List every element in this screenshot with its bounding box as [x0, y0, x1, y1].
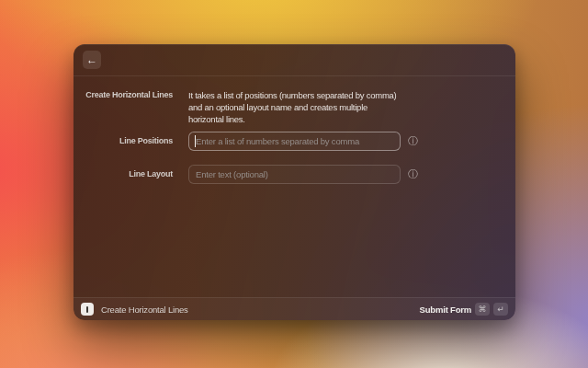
line-layout-input[interactable]	[188, 165, 401, 184]
form: Create Horizontal Lines It takes a list …	[74, 76, 515, 184]
line-glyph	[86, 306, 88, 313]
raycast-form-window: ← Create Horizontal Lines It takes a lis…	[74, 44, 515, 320]
form-field-row: Line Positions ⓘ	[74, 132, 515, 151]
footer-command-name: Create Horizontal Lines	[101, 305, 188, 315]
command-title-label: Create Horizontal Lines	[74, 89, 188, 101]
return-key-icon: ↵	[493, 303, 508, 316]
line-layout-input-wrap	[188, 165, 401, 184]
back-arrow-icon: ←	[86, 54, 97, 65]
back-button[interactable]: ←	[83, 51, 101, 69]
info-icon[interactable]: ⓘ	[408, 169, 418, 179]
text-caret	[195, 135, 196, 147]
extension-icon	[81, 303, 94, 316]
form-field-row: Line Layout ⓘ	[74, 165, 515, 184]
field-label-line-positions: Line Positions	[74, 135, 188, 147]
line-positions-input-wrap	[188, 132, 401, 151]
window-footer: Create Horizontal Lines Submit Form ⌘ ↵	[74, 297, 515, 320]
form-description-row: Create Horizontal Lines It takes a list …	[74, 89, 515, 125]
command-description: It takes a list of positions (numbers se…	[188, 89, 404, 125]
field-label-line-layout: Line Layout	[74, 168, 188, 180]
info-icon[interactable]: ⓘ	[408, 136, 418, 146]
line-positions-input[interactable]	[188, 132, 401, 151]
window-header: ←	[74, 44, 515, 76]
command-key-icon: ⌘	[475, 303, 490, 316]
submit-form-label: Submit Form	[420, 305, 471, 315]
submit-form-action[interactable]: Submit Form ⌘ ↵	[420, 303, 508, 316]
